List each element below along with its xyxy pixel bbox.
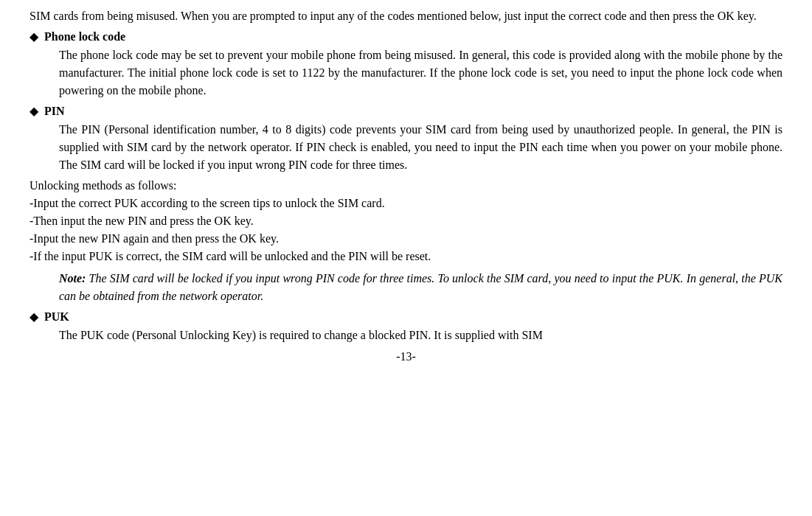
section-title-phone-lock: Phone lock code: [44, 30, 125, 43]
pin-list-item-1: -Then input the new PIN and press the OK…: [30, 212, 782, 230]
bullet-diamond-phone-lock: ◆: [30, 29, 38, 43]
note-label: Note:: [59, 272, 86, 285]
bullet-diamond-puk: ◆: [30, 310, 38, 324]
pin-note: Note: The SIM card will be locked if you…: [59, 270, 782, 305]
section-pin: ◆ PIN The PIN (Personal identification n…: [30, 104, 782, 305]
section-title-puk: PUK: [44, 310, 69, 324]
section-title-pin: PIN: [44, 105, 65, 118]
section-body-puk: The PUK code (Personal Unlocking Key) is…: [30, 327, 782, 344]
section-puk: ◆ PUK The PUK code (Personal Unlocking K…: [30, 310, 782, 344]
section-pin-header: ◆ PIN: [30, 104, 782, 118]
intro-paragraph: SIM cards from being misused. When you a…: [30, 7, 782, 25]
section-body-pin: The PIN (Personal identification number,…: [30, 121, 782, 174]
section-puk-header: ◆ PUK: [30, 310, 782, 324]
bullet-diamond-pin: ◆: [30, 104, 38, 118]
pin-unlock-list: Unlocking methods as follows: -Input the…: [30, 177, 782, 265]
pin-list-header: Unlocking methods as follows:: [30, 177, 782, 195]
section-phone-lock-code: ◆ Phone lock code The phone lock code ma…: [30, 29, 782, 100]
section-phone-lock-code-header: ◆ Phone lock code: [30, 29, 782, 43]
pin-list-item-3: -If the input PUK is correct, the SIM ca…: [30, 248, 782, 265]
section-body-phone-lock: The phone lock code may be set to preven…: [30, 46, 782, 100]
pin-list-item-0: -Input the correct PUK according to the …: [30, 195, 782, 212]
page-container: SIM cards from being misused. When you a…: [0, 0, 812, 516]
page-number: -13-: [30, 350, 782, 363]
note-body: The SIM card will be locked if you input…: [59, 272, 782, 302]
pin-list-item-2: -Input the new PIN again and then press …: [30, 230, 782, 248]
